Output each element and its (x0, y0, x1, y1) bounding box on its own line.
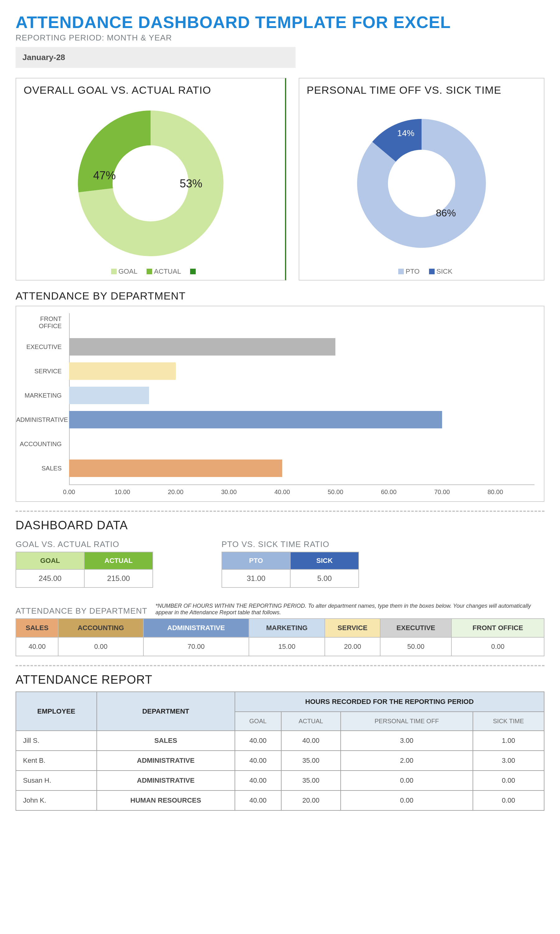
report-value-cell[interactable]: 0.00 (473, 771, 544, 791)
dept-header-cell[interactable]: ACCOUNTING (58, 619, 143, 637)
axis-tick: 70.00 (434, 489, 450, 496)
report-value-cell[interactable]: 40.00 (235, 731, 281, 751)
mini-td-pto[interactable]: 31.00 (222, 569, 290, 587)
legend-pto-a: PTO (406, 267, 420, 275)
dept-header-cell[interactable]: FRONT OFFICE (451, 619, 544, 637)
dept-header-cell[interactable]: ADMINISTRATIVE (143, 619, 249, 637)
report-subheader: PERSONAL TIME OFF (341, 712, 473, 731)
legend-swatch-icon (111, 269, 117, 274)
table-row: Jill S.SALES40.0040.003.001.00 (16, 731, 544, 751)
mini-th-sick: SICK (290, 552, 359, 569)
legend-swatch-icon (398, 269, 404, 274)
svg-point-0 (112, 145, 189, 221)
report-value-cell[interactable]: 40.00 (281, 731, 341, 751)
report-value-cell[interactable]: 0.00 (473, 791, 544, 811)
axis-tick: 50.00 (328, 489, 343, 496)
legend-swatch-icon (429, 269, 435, 274)
report-value-cell[interactable]: 3.00 (473, 751, 544, 771)
mini-th-pto: PTO (222, 552, 290, 569)
report-th-employee: EMPLOYEE (16, 692, 97, 731)
report-value-cell[interactable]: 20.00 (281, 791, 341, 811)
mini-td-actual[interactable]: 215.00 (84, 569, 153, 587)
mini-title-pto: PTO VS. SICK TIME RATIO (222, 539, 359, 549)
donut-chart-pto: 86% 14% (307, 102, 536, 264)
panel-title-pto: PERSONAL TIME OFF VS. SICK TIME (307, 84, 536, 96)
donut-goal-label-a: 53% (180, 177, 203, 190)
report-value-cell[interactable]: 0.00 (341, 791, 473, 811)
axis-tick: 60.00 (381, 489, 396, 496)
report-employee-cell[interactable]: Susan H. (16, 771, 97, 791)
report-th-department: DEPARTMENT (97, 692, 235, 731)
mini-td-goal[interactable]: 245.00 (16, 569, 84, 587)
svg-point-1 (388, 150, 455, 217)
dept-header-cell[interactable]: EXECUTIVE (380, 619, 451, 637)
donut-chart-goal: 53% 47% (24, 102, 277, 264)
report-th-hours: HOURS RECORDED FOR THE REPORTING PERIOD (235, 692, 544, 712)
report-value-cell[interactable]: 2.00 (341, 751, 473, 771)
panel-pto-vs-sick: PERSONAL TIME OFF VS. SICK TIME 86% 14% … (298, 78, 545, 281)
report-value-cell[interactable]: 35.00 (281, 751, 341, 771)
legend-goal-b: ACTUAL (154, 267, 181, 275)
mini-th-goal: GOAL (16, 552, 84, 569)
report-value-cell[interactable]: 0.00 (341, 771, 473, 791)
bar-row: EXECUTIVE (16, 338, 534, 356)
dept-value-cell[interactable]: 0.00 (451, 637, 544, 656)
dept-value-cell[interactable]: 50.00 (380, 637, 451, 656)
donut-row: OVERALL GOAL VS. ACTUAL RATIO 53% 47% GO… (15, 78, 545, 281)
mini-goal-vs-actual: GOAL VS. ACTUAL RATIO GOAL ACTUAL 245.00… (15, 534, 153, 588)
mini-td-sick[interactable]: 5.00 (290, 569, 359, 587)
bar-row: SERVICE (16, 362, 534, 380)
report-department-cell[interactable]: SALES (97, 731, 235, 751)
table-row: John K.HUMAN RESOURCES40.0020.000.000.00 (16, 791, 544, 811)
dept-header-cell[interactable]: MARKETING (249, 619, 325, 637)
report-value-cell[interactable]: 35.00 (281, 771, 341, 791)
report-value-cell[interactable]: 1.00 (473, 731, 544, 751)
panel-title-goal: OVERALL GOAL VS. ACTUAL RATIO (24, 84, 277, 96)
legend-pto-b: SICK (437, 267, 452, 275)
report-title: ATTENDANCE REPORT (15, 673, 545, 686)
legend-pto: PTO SICK (307, 267, 536, 276)
attendance-by-dept-title: ATTENDANCE BY DEPARTMENT (15, 290, 545, 302)
dept-value-cell[interactable]: 15.00 (249, 637, 325, 656)
report-value-cell[interactable]: 3.00 (341, 731, 473, 751)
legend-goal-a: GOAL (118, 267, 137, 275)
bar-label: EXECUTIVE (16, 344, 66, 351)
report-department-cell[interactable]: ADMINISTRATIVE (97, 751, 235, 771)
dept-header-cell[interactable]: SERVICE (325, 619, 380, 637)
report-subheader: ACTUAL (281, 712, 341, 731)
report-value-cell[interactable]: 40.00 (235, 771, 281, 791)
axis-tick: 30.00 (221, 489, 237, 496)
bar-row: ACCOUNTING (16, 435, 534, 453)
report-value-cell[interactable]: 40.00 (235, 791, 281, 811)
by-dept-title: ATTENDANCE BY DEPARTMENT (15, 606, 148, 616)
bar-row: ADMINISTRATIVE (16, 411, 534, 428)
bar-label: ACCOUNTING (16, 441, 66, 448)
mini-th-actual: ACTUAL (84, 552, 153, 569)
table-row: Susan H.ADMINISTRATIVE40.0035.000.000.00 (16, 771, 544, 791)
report-employee-cell[interactable]: Kent B. (16, 751, 97, 771)
legend-goal: GOAL ACTUAL (24, 267, 277, 276)
bar-row: FRONT OFFICE (16, 314, 534, 331)
page-title: ATTENDANCE DASHBOARD TEMPLATE FOR EXCEL (15, 12, 545, 32)
report-employee-cell[interactable]: Jill S. (16, 731, 97, 751)
bar-label: FRONT OFFICE (16, 315, 66, 330)
bar-label: MARKETING (16, 392, 66, 399)
table-row: Kent B.ADMINISTRATIVE40.0035.002.003.00 (16, 751, 544, 771)
report-department-cell[interactable]: HUMAN RESOURCES (97, 791, 235, 811)
dept-value-cell[interactable]: 0.00 (58, 637, 143, 656)
by-dept-table: SALESACCOUNTINGADMINISTRATIVEMARKETINGSE… (15, 618, 545, 656)
bar (69, 459, 282, 477)
report-value-cell[interactable]: 40.00 (235, 751, 281, 771)
bar-row: MARKETING (16, 387, 534, 404)
reporting-period-label: REPORTING PERIOD: MONTH & YEAR (15, 33, 545, 43)
report-department-cell[interactable]: ADMINISTRATIVE (97, 771, 235, 791)
dept-header-cell[interactable]: SALES (16, 619, 58, 637)
dept-value-cell[interactable]: 40.00 (16, 637, 58, 656)
dept-value-cell[interactable]: 70.00 (143, 637, 249, 656)
reporting-period-value[interactable]: January-28 (15, 47, 295, 68)
dept-value-cell[interactable]: 20.00 (325, 637, 380, 656)
bar-label: SERVICE (16, 368, 66, 375)
report-employee-cell[interactable]: John K. (16, 791, 97, 811)
report-subheader: GOAL (235, 712, 281, 731)
bar (69, 387, 149, 404)
